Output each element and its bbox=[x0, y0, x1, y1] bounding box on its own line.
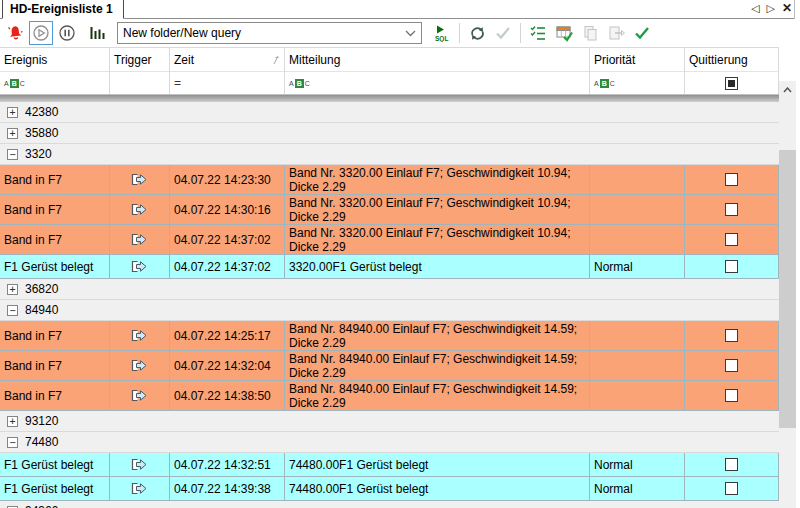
scroll-up-button[interactable] bbox=[779, 81, 796, 98]
event-row[interactable]: Band in F7 04.07.22 14:23:30Band Nr. 332… bbox=[0, 165, 779, 195]
expand-icon[interactable]: + bbox=[7, 107, 18, 118]
group-row-35880[interactable]: +35880 bbox=[0, 123, 779, 144]
refresh-button[interactable] bbox=[465, 21, 489, 45]
confirm-button[interactable] bbox=[630, 21, 654, 45]
acknowledge-checkbox[interactable] bbox=[725, 359, 738, 372]
cell-zeit: 04.07.22 14:25:17 bbox=[170, 321, 285, 351]
scrollbar-thumb[interactable] bbox=[779, 150, 796, 428]
event-row[interactable]: F1 Gerüst belegt 04.07.22 14:39:3874480.… bbox=[0, 477, 779, 501]
acknowledge-checkbox[interactable] bbox=[725, 173, 738, 186]
collapse-icon[interactable]: − bbox=[7, 149, 18, 160]
cell-ereignis: F1 Gerüst belegt bbox=[0, 477, 110, 501]
column-title: Trigger bbox=[114, 53, 152, 67]
group-label: 84940 bbox=[25, 303, 58, 317]
group-row-94360[interactable]: −94360 bbox=[0, 501, 779, 508]
group-row-42380[interactable]: +42380 bbox=[0, 102, 779, 123]
acknowledge-checkbox[interactable] bbox=[725, 458, 738, 471]
sql-button[interactable]: SQL bbox=[430, 21, 454, 45]
column-header-prioritaet: PrioritätABC bbox=[590, 48, 685, 94]
cell-mitteilung: Band Nr. 3320.00 Einlauf F7; Geschwindig… bbox=[285, 195, 590, 225]
group-row-84940[interactable]: −84940 bbox=[0, 300, 779, 321]
event-row[interactable]: Band in F7 04.07.22 14:38:50Band Nr. 849… bbox=[0, 381, 779, 411]
close-icon[interactable]: ✕ bbox=[782, 1, 792, 16]
cell-prioritaet bbox=[590, 381, 685, 411]
abc-letter-b: B bbox=[600, 79, 609, 88]
cell-quittierung bbox=[685, 381, 779, 411]
collapse-icon[interactable]: − bbox=[7, 305, 18, 316]
filter-cell-zeit[interactable]: = bbox=[170, 71, 284, 94]
export-icon bbox=[607, 24, 626, 43]
trigger-exit-icon bbox=[131, 173, 148, 186]
criteria-list-button[interactable] bbox=[526, 21, 550, 45]
column-header-label-prioritaet[interactable]: Priorität bbox=[590, 48, 684, 71]
event-row[interactable]: Band in F7 04.07.22 14:32:04Band Nr. 849… bbox=[0, 351, 779, 381]
column-header-zeit: Zeit= bbox=[170, 48, 285, 94]
column-settings-button[interactable] bbox=[552, 21, 576, 45]
column-title: Quittierung bbox=[689, 53, 748, 67]
group-row-3320[interactable]: −3320 bbox=[0, 144, 779, 165]
trigger-exit-icon bbox=[131, 389, 148, 402]
event-row[interactable]: Band in F7 04.07.22 14:37:02Band Nr. 332… bbox=[0, 225, 779, 255]
filter-cell-ereignis[interactable]: ABC bbox=[0, 71, 109, 94]
scrollbar-track[interactable] bbox=[779, 98, 796, 508]
cell-prioritaet bbox=[590, 165, 685, 195]
event-row[interactable]: F1 Gerüst belegt 04.07.22 14:32:5174480.… bbox=[0, 453, 779, 477]
next-tab-icon[interactable]: ▷ bbox=[766, 1, 774, 16]
query-selector-dropdown[interactable]: New folder/New query bbox=[117, 22, 422, 44]
column-header-label-quittierung[interactable]: Quittierung bbox=[685, 48, 778, 71]
group-row-36820[interactable]: +36820 bbox=[0, 279, 779, 300]
tab-hd-ereignisliste[interactable]: HD-Ereignisliste 1 bbox=[2, 0, 124, 19]
header-separator-band bbox=[0, 95, 779, 102]
group-row-93120[interactable]: +93120 bbox=[0, 411, 779, 432]
column-header-label-ereignis[interactable]: Ereignis bbox=[0, 48, 109, 71]
expand-icon[interactable]: + bbox=[7, 416, 18, 427]
statistics-button[interactable] bbox=[85, 21, 109, 45]
filter-cell-mitteilung[interactable]: ABC bbox=[285, 71, 589, 94]
column-header-ereignis: EreignisABC bbox=[0, 48, 110, 94]
cell-zeit: 04.07.22 14:37:02 bbox=[170, 225, 285, 255]
cell-zeit: 04.07.22 14:32:51 bbox=[170, 453, 285, 477]
acknowledge-checkbox[interactable] bbox=[725, 233, 738, 246]
event-row[interactable]: Band in F7 04.07.22 14:25:17Band Nr. 849… bbox=[0, 321, 779, 351]
expand-icon[interactable]: + bbox=[7, 128, 18, 139]
scrollbar-spacer bbox=[779, 47, 796, 81]
cell-ereignis: F1 Gerüst belegt bbox=[0, 255, 110, 279]
cell-mitteilung: Band Nr. 84940.00 Einlauf F7; Geschwindi… bbox=[285, 351, 590, 381]
event-row[interactable]: Band in F7 04.07.22 14:30:16Band Nr. 332… bbox=[0, 195, 779, 225]
alarm-bell-button[interactable] bbox=[3, 21, 27, 45]
group-row-74480[interactable]: −74480 bbox=[0, 432, 779, 453]
event-row[interactable]: F1 Gerüst belegt 04.07.22 14:37:023320.0… bbox=[0, 255, 779, 279]
toolbar-separator bbox=[459, 23, 460, 43]
cell-zeit: 04.07.22 14:23:30 bbox=[170, 165, 285, 195]
expand-icon[interactable]: + bbox=[7, 284, 18, 295]
filter-cell-trigger[interactable] bbox=[110, 71, 169, 94]
cell-prioritaet bbox=[590, 225, 685, 255]
collapse-icon[interactable]: − bbox=[7, 437, 18, 448]
acknowledge-checkbox[interactable] bbox=[725, 389, 738, 402]
chevron-up-icon bbox=[783, 87, 792, 93]
apply-disabled-button[interactable] bbox=[491, 21, 515, 45]
copy-disabled-button[interactable] bbox=[578, 21, 602, 45]
acknowledge-checkbox[interactable] bbox=[725, 203, 738, 216]
export-disabled-button[interactable] bbox=[604, 21, 628, 45]
abc-letter-b: B bbox=[295, 79, 304, 88]
event-list-window: HD-Ereignisliste 1 ◁ ▷ ✕ bbox=[0, 0, 800, 508]
acknowledge-checkbox[interactable] bbox=[725, 260, 738, 273]
filter-cell-quittierung[interactable] bbox=[685, 71, 778, 94]
group-label: 36820 bbox=[25, 282, 58, 296]
cell-prioritaet: Normal bbox=[590, 255, 685, 279]
prev-tab-icon[interactable]: ◁ bbox=[751, 1, 759, 16]
abc-filter-icon: ABC bbox=[594, 79, 615, 88]
pause-query-button[interactable] bbox=[55, 21, 79, 45]
play-icon bbox=[32, 24, 50, 42]
column-header-label-mitteilung[interactable]: Mitteilung bbox=[285, 48, 589, 71]
acknowledge-checkbox[interactable] bbox=[725, 482, 738, 495]
run-query-button[interactable] bbox=[29, 21, 53, 45]
acknowledge-checkbox[interactable] bbox=[725, 329, 738, 342]
abc-letter-c: C bbox=[610, 79, 615, 88]
column-header-label-trigger[interactable]: Trigger bbox=[110, 48, 169, 71]
column-header-label-zeit[interactable]: Zeit bbox=[170, 48, 284, 71]
filter-cell-prioritaet[interactable]: ABC bbox=[590, 71, 684, 94]
column-title: Mitteilung bbox=[289, 53, 340, 67]
cell-trigger bbox=[110, 225, 170, 255]
